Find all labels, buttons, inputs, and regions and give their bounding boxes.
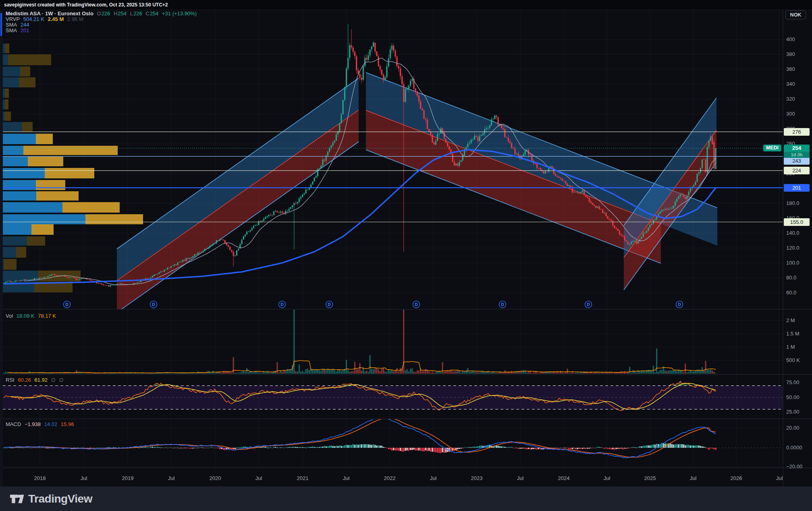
dividend-marker[interactable]: D xyxy=(501,302,504,307)
time-axis-label: 2025 xyxy=(644,475,656,481)
ticker-price-tag: MEDI xyxy=(763,145,781,151)
price-line-label-276[interactable]: 276 xyxy=(784,128,810,136)
time-axis-label: 2018 xyxy=(34,475,46,481)
change-value: +31 (+13.90%) xyxy=(162,10,197,17)
time-axis-label: Jul xyxy=(517,475,524,481)
attribution-text: savepiginvest created with TradingView.c… xyxy=(4,2,168,8)
ohlc-open-label: O xyxy=(97,10,101,17)
price-chart-canvas[interactable]: DDDDDDDD xyxy=(0,0,812,511)
price-axis-tick: 380 xyxy=(786,51,795,58)
time-axis-label: Jul xyxy=(168,475,175,481)
price-axis-tick: 120.0 xyxy=(786,245,800,251)
sma1-legend-row[interactable]: SMA 244 xyxy=(6,22,31,28)
time-axis-label: 2023 xyxy=(471,475,483,481)
rsi-ma-value: 61.92 xyxy=(34,377,48,383)
macd-axis-tick: 0.0000 xyxy=(786,445,802,451)
last-price-label: 254 1d 3h xyxy=(784,145,810,158)
volume-ma-value: 78.17 K xyxy=(38,313,56,319)
volume-value: 18.09 K xyxy=(17,313,35,319)
price-line-label-201[interactable]: 201 xyxy=(784,184,810,192)
price-axis-tick: 60.0 xyxy=(786,290,796,296)
price-axis-tick: 80.0 xyxy=(786,275,796,281)
rsi-value: 60.26 xyxy=(18,377,31,383)
time-axis-label: Jul xyxy=(81,475,87,481)
vrvp-label: VRVP xyxy=(6,16,20,22)
time-axis-label: 2021 xyxy=(297,475,309,481)
dividend-marker[interactable]: D xyxy=(587,302,590,307)
macd-legend-row[interactable]: MACD −1.938 14.02 15.96 xyxy=(6,422,76,427)
price-axis-tick: 340 xyxy=(786,81,795,87)
currency-button[interactable]: NOK xyxy=(785,10,806,19)
macd-signal-value: 15.96 xyxy=(61,421,74,427)
sma1-value: 244 xyxy=(21,22,29,28)
price-axis-tick: 360 xyxy=(786,66,795,72)
bar-countdown: 1d 3h xyxy=(784,152,810,158)
price-axis-tick: 100.0 xyxy=(786,260,800,266)
rsi-label: RSI xyxy=(6,377,15,383)
rsi-axis-tick: 25.00 xyxy=(786,409,800,415)
vrvp-legend-row[interactable]: VRVP 504.21 K 2.45 M 2.96 M xyxy=(6,17,85,22)
sma2-legend-row[interactable]: SMA 201 xyxy=(6,28,31,33)
sma2-value: 201 xyxy=(21,27,29,33)
dividend-marker[interactable]: D xyxy=(280,302,284,307)
macd-hist-value: −1.938 xyxy=(25,421,41,427)
dividend-marker[interactable]: D xyxy=(678,302,681,307)
time-axis-label: Jul xyxy=(255,475,262,481)
volume-legend-row[interactable]: Vol 18.09 K 78.17 K xyxy=(6,313,58,319)
toolbar-accent xyxy=(0,13,2,36)
time-axis-label: 2019 xyxy=(122,475,134,481)
ohlc-close-value: 254 xyxy=(150,10,159,17)
macd-axis-tick: −20.00 xyxy=(786,463,802,470)
ohlc-open-value: 226 xyxy=(102,10,110,17)
rsi-axis-tick: 50.00 xyxy=(786,394,800,401)
last-price-value: 254 xyxy=(784,145,810,152)
tradingview-chart-window: DDDDDDDD savepiginvest created with Trad… xyxy=(0,0,812,511)
volume-axis-tick: 500 K xyxy=(786,357,800,364)
sma1-label: SMA xyxy=(6,22,17,28)
vrvp-value-2: 2.45 M xyxy=(48,16,64,22)
rsi-empty-1: ∅ xyxy=(51,377,56,383)
price-axis-tick: 140.0 xyxy=(786,230,800,236)
dividend-marker[interactable]: D xyxy=(328,302,331,307)
symbol-title: Medistim ASA · 1W · Euronext Oslo xyxy=(6,10,93,17)
ohlc-high-value: 254 xyxy=(118,10,127,17)
dividend-marker[interactable]: D xyxy=(65,302,69,307)
price-axis-tick: 180.0 xyxy=(786,200,800,207)
time-axis-label: 2024 xyxy=(558,475,570,481)
price-axis-tick: 300 xyxy=(786,111,795,117)
ohlc-low-label: L xyxy=(130,10,133,17)
left-toolbar-strip[interactable] xyxy=(0,10,3,486)
tradingview-logo-text[interactable]: TradingView xyxy=(28,492,92,505)
price-line-label-155.0[interactable]: 155.0 xyxy=(784,218,810,226)
price-axis-tick: 320 xyxy=(786,96,795,102)
volume-label: Vol xyxy=(6,313,13,319)
price-line-label-224[interactable]: 224 xyxy=(784,167,810,174)
sma2-label: SMA xyxy=(6,27,17,33)
time-axis-label: Jul xyxy=(604,475,611,481)
volume-axis-tick: 2 M xyxy=(786,317,795,324)
macd-axis-tick: 20.00 xyxy=(786,425,800,431)
time-axis-label: Jul xyxy=(776,475,783,481)
time-axis-label: 2020 xyxy=(210,475,221,481)
price-line-label-243[interactable]: 243 xyxy=(784,157,810,165)
dividend-marker[interactable]: D xyxy=(152,302,155,307)
time-axis-label: Jul xyxy=(690,475,697,481)
rsi-axis-tick: 75.00 xyxy=(786,379,800,386)
dividend-marker[interactable]: D xyxy=(415,302,418,307)
footer-bar: TradingView xyxy=(0,486,812,511)
symbol-legend-row[interactable]: Medistim ASA · 1W · Euronext Oslo O226 H… xyxy=(6,11,199,17)
time-axis-label: 2026 xyxy=(731,475,742,481)
vrvp-value-1: 504.21 K xyxy=(23,16,44,22)
price-axis-tick: 400 xyxy=(786,36,795,43)
volume-axis-tick: 1 M xyxy=(786,344,795,350)
vrvp-value-3: 2.96 M xyxy=(67,16,83,22)
time-axis-label: 2022 xyxy=(384,475,396,481)
tradingview-logo-icon[interactable] xyxy=(10,492,24,506)
macd-line-value: 14.02 xyxy=(44,421,58,427)
time-axis-label: Jul xyxy=(430,475,437,481)
macd-label: MACD xyxy=(6,421,21,427)
ohlc-low-value: 226 xyxy=(133,10,142,17)
rsi-legend-row[interactable]: RSI 60.26 61.92 ∅ ∅ xyxy=(6,377,66,383)
ohlc-high-label: H xyxy=(114,10,117,17)
time-axis-label: Jul xyxy=(343,475,350,481)
